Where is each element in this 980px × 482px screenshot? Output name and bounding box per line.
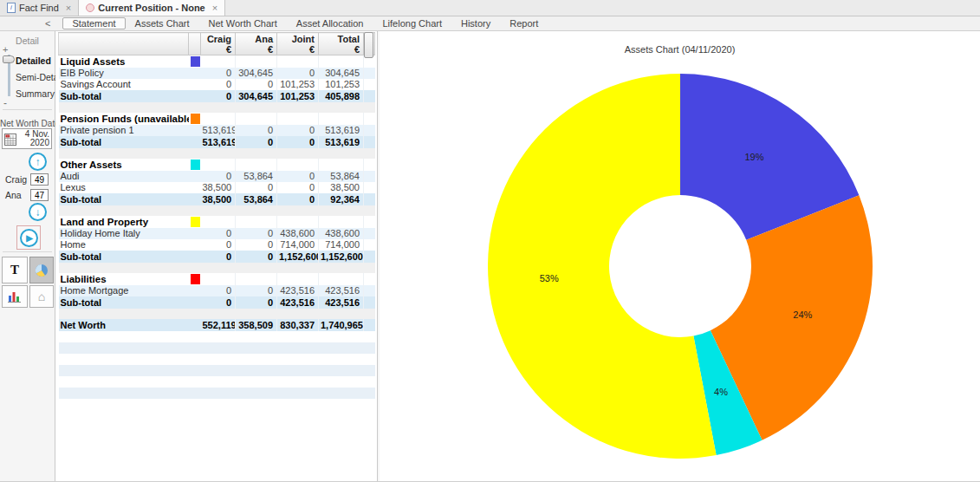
view-tab-asset-allocation[interactable]: Asset Allocation — [287, 17, 373, 29]
detail-panel-label: Detail — [0, 36, 55, 46]
swatch-cell — [189, 68, 201, 79]
column-header-craig[interactable]: Craig€ — [201, 33, 236, 55]
calendar-icon — [4, 132, 16, 146]
asset-value: 714,000 — [319, 239, 364, 251]
swatch-cell — [189, 182, 201, 193]
empty-row — [59, 354, 375, 365]
close-icon[interactable]: × — [66, 3, 71, 13]
empty-cell — [277, 216, 319, 228]
filler-cell — [364, 216, 375, 228]
assets-donut-chart: 19%24%4%53% — [481, 67, 879, 466]
asset-value: 0 — [277, 171, 319, 182]
app-window: iFact Find×Current Position - None× < St… — [0, 0, 980, 482]
ana-age-input[interactable] — [30, 189, 49, 201]
view-tab-statement[interactable]: Statement — [62, 17, 125, 29]
swatch-cell — [189, 171, 201, 182]
view-tool-buttons: T — [2, 257, 54, 308]
column-header-swatch — [189, 33, 201, 55]
column-header-joint[interactable]: Joint€ — [277, 33, 319, 55]
net-worth-value: 1,740,965 — [319, 319, 364, 331]
column-header-ana[interactable]: Ana€ — [236, 33, 277, 55]
net-worth-date-value: 4 Nov. 2020 — [16, 130, 49, 147]
section-title: Land and Property — [59, 216, 189, 228]
asset-row[interactable]: Home Mortgage00423,516423,516 — [59, 285, 375, 296]
view-tab-lifelong-chart[interactable]: Lifelong Chart — [373, 17, 451, 29]
swatch-cell — [189, 285, 201, 296]
filler-cell — [364, 113, 375, 125]
asset-row[interactable]: Private pension 1513,61900513,619 — [59, 125, 375, 136]
asset-value: 0 — [236, 239, 277, 251]
asset-value: 513,619 — [319, 125, 364, 136]
asset-value: 304,645 — [236, 68, 277, 79]
net-worth-date-picker[interactable]: 4 Nov. 2020 — [2, 128, 52, 149]
asset-value: 0 — [277, 182, 319, 193]
detail-slider-thumb[interactable] — [3, 55, 15, 63]
filler-cell — [364, 273, 375, 285]
home-icon: ⌂ — [38, 290, 45, 303]
column-header-total[interactable]: Total€ — [319, 33, 364, 55]
view-tab-net-worth-chart[interactable]: Net Worth Chart — [199, 17, 287, 29]
filler-cell — [364, 90, 375, 102]
asset-row[interactable]: Holiday Home Italy00438,600438,600 — [59, 228, 375, 239]
statement-table-panel: Craig€Ana€Joint€Total€Liquid AssetsEIB P… — [55, 31, 377, 482]
view-tab-report[interactable]: Report — [500, 17, 548, 29]
view-tab-history[interactable]: History — [451, 17, 500, 29]
swatch-cell — [189, 251, 201, 263]
view-tab-assets-chart[interactable]: Assets Chart — [126, 17, 199, 29]
text-icon: T — [10, 263, 19, 277]
asset-row[interactable]: Savings Account00101,253101,253 — [59, 79, 375, 90]
empty-cell — [319, 113, 364, 125]
detail-increase-label[interactable]: + — [3, 44, 8, 55]
vertical-scrollbar-thumb[interactable] — [364, 32, 373, 58]
play-button[interactable]: ▶ — [16, 225, 41, 250]
section-gap — [59, 102, 375, 113]
subtotal-label: Sub-total — [59, 251, 189, 263]
asset-value: 304,645 — [319, 68, 364, 79]
section-color-swatch — [191, 114, 200, 124]
collapse-chevron-icon[interactable]: < — [45, 18, 50, 29]
asset-value: 0 — [236, 228, 277, 239]
asset-value: 53,864 — [319, 171, 364, 182]
asset-value: 38,500 — [201, 182, 236, 193]
section-gap — [59, 205, 375, 216]
asset-value: 0 — [201, 68, 236, 79]
asset-name: Lexus — [59, 182, 189, 193]
bar-chart-view-button[interactable] — [2, 285, 28, 308]
text-view-button[interactable]: T — [2, 257, 28, 283]
currency-symbol: € — [237, 44, 273, 55]
window-tab-label: Fact Find — [19, 3, 59, 13]
window-tab-fact-find[interactable]: iFact Find× — [0, 0, 79, 16]
chart-title: Assets Chart (04/11/2020) — [380, 44, 980, 55]
subtotal-value: 423,516 — [277, 296, 319, 309]
swatch-cell — [189, 296, 201, 309]
subtotal-value: 1,152,600 — [319, 251, 364, 263]
column-header-name: Craig — [203, 34, 231, 44]
net-worth-label: Net Worth — [59, 319, 189, 331]
section-color-cell — [189, 159, 201, 171]
filler-cell — [364, 285, 375, 296]
asset-row[interactable]: EIB Policy0304,6450304,645 — [59, 68, 375, 79]
asset-row[interactable]: Lexus38,5000038,500 — [59, 182, 375, 193]
column-header-items — [59, 33, 189, 55]
age-up-button[interactable]: ↑ — [29, 153, 47, 171]
home-view-button[interactable]: ⌂ — [29, 285, 54, 308]
age-down-button[interactable]: ↓ — [29, 203, 47, 221]
column-header-name: Total — [321, 34, 360, 44]
close-icon[interactable]: × — [212, 3, 217, 13]
pie-chart-view-button[interactable] — [29, 257, 54, 283]
person-name: Ana — [5, 190, 30, 200]
subtotal-value: 0 — [277, 193, 319, 205]
window-tab-current-position-none[interactable]: Current Position - None× — [79, 0, 225, 16]
asset-value: 53,864 — [236, 171, 277, 182]
empty-row — [59, 365, 375, 376]
slice-label-land-and-property: 53% — [539, 273, 558, 283]
asset-value: 423,516 — [319, 285, 364, 296]
asset-value: 0 — [201, 171, 236, 182]
asset-value: 0 — [236, 125, 277, 136]
craig-age-input[interactable] — [30, 173, 49, 186]
section-color-swatch — [191, 56, 200, 67]
asset-row[interactable]: Home00714,000714,000 — [59, 239, 375, 251]
detail-decrease-label[interactable]: - — [3, 97, 7, 109]
net-worth-date-year: 2020 — [16, 139, 49, 147]
asset-row[interactable]: Audi053,864053,864 — [59, 171, 375, 182]
